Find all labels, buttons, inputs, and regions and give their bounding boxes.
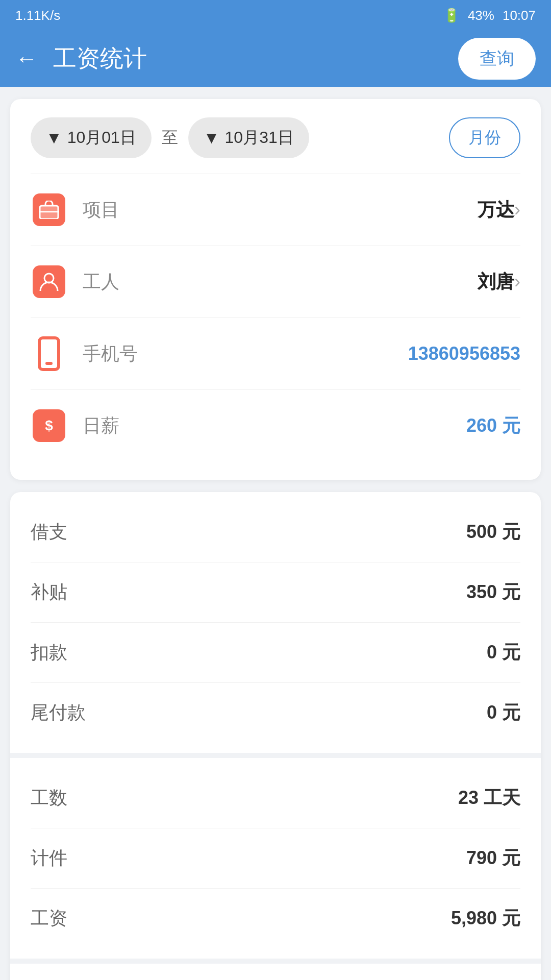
month-button[interactable]: 月份	[449, 117, 520, 158]
worker-label: 工人	[83, 270, 478, 295]
stats-section-2: 工数 23 工天 计件 790 元 工资 5,980 元	[10, 753, 541, 959]
stats-card: 借支 500 元 补贴 350 元 扣款 0 元 尾付款 0 元 工数 23 工…	[10, 492, 541, 980]
daily-wage-value: 260 元	[466, 413, 520, 438]
workdays-row: 工数 23 工天	[31, 768, 520, 828]
tail-payment-label: 尾付款	[31, 700, 86, 725]
wage-label: 工资	[31, 906, 67, 931]
battery-percent: 43%	[468, 8, 494, 23]
loan-row: 借支 500 元	[31, 502, 520, 562]
deduction-value: 0 元	[487, 640, 520, 665]
date-separator: 至	[162, 127, 178, 149]
workdays-value: 23 工天	[458, 786, 520, 811]
deduction-label: 扣款	[31, 640, 67, 665]
phone-label: 手机号	[83, 341, 408, 366]
end-date-label: 10月31日	[225, 127, 294, 149]
stats-section-1: 借支 500 元 补贴 350 元 扣款 0 元 尾付款 0 元	[10, 492, 541, 753]
chevron-down-icon: ▼	[204, 129, 220, 148]
page-title: 工资统计	[53, 43, 458, 75]
piecework-value: 790 元	[466, 846, 520, 871]
start-date-label: 10月01日	[67, 127, 136, 149]
loan-label: 借支	[31, 520, 67, 545]
project-row[interactable]: 项目 万达 ›	[31, 174, 520, 246]
daily-wage-row: $ 日薪 260 元	[31, 389, 520, 461]
phone-value: 13860956853	[408, 343, 520, 364]
phone-row: 手机号 13860956853	[31, 317, 520, 389]
workdays-label: 工数	[31, 786, 67, 811]
network-speed: 1.11K/s	[15, 8, 60, 23]
svg-point-3	[44, 274, 54, 283]
money-icon: $	[31, 407, 67, 444]
start-date-picker[interactable]: ▼ 10月01日	[31, 117, 152, 158]
status-bar: 1.11K/s 🔋 43% 10:07	[0, 0, 551, 31]
back-button[interactable]: ←	[15, 47, 38, 70]
subsidy-row: 补贴 350 元	[31, 562, 520, 623]
chevron-right-icon: ›	[514, 271, 520, 292]
subsidy-value: 350 元	[466, 580, 520, 605]
chevron-right-icon: ›	[514, 199, 520, 220]
wage-row: 工资 5,980 元	[31, 889, 520, 948]
loan-value: 500 元	[466, 520, 520, 545]
phone-icon	[31, 335, 67, 372]
chevron-down-icon: ▼	[46, 129, 62, 148]
project-value: 万达	[478, 198, 514, 223]
query-button[interactable]: 查询	[458, 38, 536, 80]
tail-payment-value: 0 元	[487, 700, 520, 725]
briefcase-icon	[31, 191, 67, 228]
amount-row: 金额 7,120 元	[31, 974, 520, 980]
tail-payment-row: 尾付款 0 元	[31, 683, 520, 743]
clock: 10:07	[503, 8, 536, 23]
worker-row[interactable]: 工人 刘唐 ›	[31, 246, 520, 317]
app-header: ← 工资统计 查询	[0, 31, 551, 87]
piecework-row: 计件 790 元	[31, 828, 520, 889]
info-card: ▼ 10月01日 至 ▼ 10月31日 月份 项目 万达 ›	[10, 99, 541, 480]
date-filter-row: ▼ 10月01日 至 ▼ 10月31日 月份	[31, 117, 520, 158]
deduction-row: 扣款 0 元	[31, 623, 520, 683]
piecework-label: 计件	[31, 846, 67, 871]
stats-section-3: 金额 7,120 元	[10, 959, 541, 980]
person-icon	[31, 263, 67, 300]
daily-wage-label: 日薪	[83, 413, 466, 438]
worker-value: 刘唐	[478, 270, 514, 295]
battery-icon: 🔋	[443, 8, 460, 23]
project-label: 项目	[83, 198, 478, 223]
end-date-picker[interactable]: ▼ 10月31日	[188, 117, 309, 158]
subsidy-label: 补贴	[31, 580, 67, 605]
wage-value: 5,980 元	[451, 906, 520, 931]
